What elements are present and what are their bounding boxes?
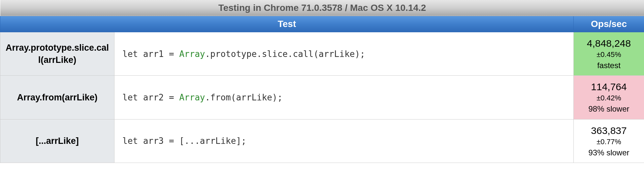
ops-margin: ±0.77% bbox=[576, 137, 641, 147]
test-name: [...arrLike] bbox=[0, 119, 114, 163]
code-token: .from(arrLike); bbox=[205, 92, 283, 102]
table-title: Testing in Chrome 71.0.3578 / Mac OS X 1… bbox=[0, 0, 644, 16]
code-token: = bbox=[164, 92, 179, 102]
table-row: Array.from(arrLike) let arr2 = Array.fro… bbox=[0, 76, 644, 119]
code-token: arr1 bbox=[143, 49, 164, 59]
ops-margin: ±0.42% bbox=[576, 93, 641, 103]
code-token: arr3 bbox=[143, 136, 164, 146]
ops-margin: ±0.45% bbox=[576, 50, 641, 60]
code-token: = bbox=[164, 49, 179, 59]
ops-status: fastest bbox=[576, 60, 641, 71]
test-result: 114,764 ±0.42% 98% slower bbox=[574, 76, 644, 119]
ops-value: 114,764 bbox=[576, 80, 641, 93]
test-code: let arr1 = Array.prototype.slice.call(ar… bbox=[114, 32, 574, 76]
test-name: Array.from(arrLike) bbox=[0, 76, 114, 119]
test-result: 363,837 ±0.77% 93% slower bbox=[574, 119, 644, 163]
code-token: = bbox=[164, 136, 179, 146]
test-code: let arr2 = Array.from(arrLike); bbox=[114, 76, 574, 119]
code-token: arr2 bbox=[143, 92, 164, 102]
test-code: let arr3 = [...arrLike]; bbox=[114, 119, 574, 163]
table-row: [...arrLike] let arr3 = [...arrLike]; 36… bbox=[0, 119, 644, 163]
test-name: Array.prototype.slice.call(arrLike) bbox=[0, 32, 114, 76]
ops-status: 93% slower bbox=[576, 147, 641, 158]
benchmark-table: Testing in Chrome 71.0.3578 / Mac OS X 1… bbox=[0, 0, 644, 163]
code-token: [...arrLike]; bbox=[179, 136, 246, 146]
ops-status: 98% slower bbox=[576, 103, 641, 115]
column-header-ops: Ops/sec bbox=[574, 16, 644, 32]
code-token: let bbox=[122, 92, 138, 102]
test-result: 4,848,248 ±0.45% fastest bbox=[574, 32, 644, 76]
code-token: let bbox=[122, 136, 138, 146]
ops-value: 4,848,248 bbox=[576, 37, 641, 50]
code-token: Array bbox=[179, 92, 205, 102]
table-row: Array.prototype.slice.call(arrLike) let … bbox=[0, 32, 644, 76]
code-token: .prototype.slice.call(arrLike); bbox=[205, 49, 365, 59]
code-token: Array bbox=[179, 49, 205, 59]
code-token: let bbox=[122, 49, 138, 59]
ops-value: 363,837 bbox=[576, 124, 641, 137]
column-header-test: Test bbox=[0, 16, 574, 32]
